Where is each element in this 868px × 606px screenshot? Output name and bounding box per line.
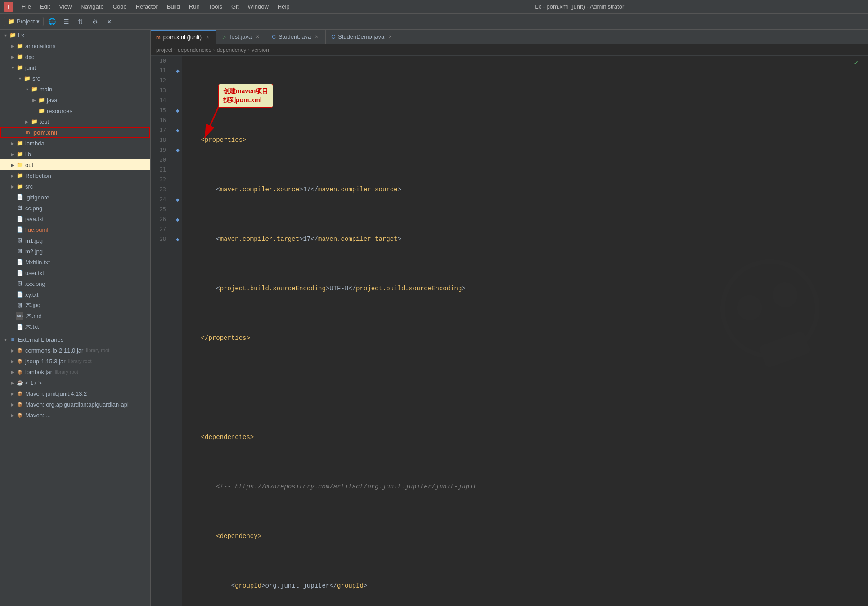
menu-run[interactable]: Run bbox=[185, 2, 203, 11]
sidebar-item-label: pom.xml bbox=[33, 129, 57, 136]
file-jpg2-icon: 🖼 bbox=[16, 248, 23, 255]
tab-test-java[interactable]: ▷ Test.java ✕ bbox=[216, 30, 266, 44]
arrow-right-icon: ▶ bbox=[9, 172, 16, 179]
sidebar-item-jdk17[interactable]: ▶ ☕ < 17 > bbox=[0, 377, 150, 388]
tab-pom-xml[interactable]: m pom.xml (junit) ✕ bbox=[151, 30, 216, 44]
sidebar-item-gitignore[interactable]: 📄 .gitignore bbox=[0, 192, 150, 203]
xml-bracket: < bbox=[186, 432, 205, 442]
sidebar-item-m2-jpg[interactable]: 🖼 m2.jpg bbox=[0, 246, 150, 257]
sidebar-item-src-root[interactable]: ▶ 📁 src bbox=[0, 181, 150, 192]
code-text: <maven.compiler.target>17</maven.compile… bbox=[186, 234, 401, 244]
svg-text:I: I bbox=[8, 4, 9, 9]
sidebar-item-ext-libraries[interactable]: ▾ ≡ External Libraries bbox=[0, 334, 150, 345]
line-num-10: 10 bbox=[151, 56, 170, 66]
menu-view[interactable]: View bbox=[55, 2, 75, 11]
sidebar-item-lx[interactable]: ▾ 📁 Lx bbox=[0, 30, 150, 41]
sidebar-item-out[interactable]: ▶ 📁 out bbox=[0, 159, 150, 170]
spacer-icon: ▶ bbox=[31, 107, 38, 114]
arrow-right-icon: ▶ bbox=[9, 150, 16, 158]
menu-build[interactable]: Build bbox=[163, 2, 184, 11]
sidebar-item-label: lambda bbox=[25, 140, 45, 147]
sidebar-item-m1-jpg[interactable]: 🖼 m1.jpg bbox=[0, 235, 150, 246]
sidebar-item-mu-jpg[interactable]: 🖼 木.jpg bbox=[0, 300, 150, 311]
sidebar-item-user-txt[interactable]: 📄 user.txt bbox=[0, 267, 150, 278]
tab-close-demo[interactable]: ✕ bbox=[387, 34, 393, 40]
tab-student-java[interactable]: C Student.java ✕ bbox=[266, 30, 326, 44]
toolbar-settings-btn[interactable]: ⚙ bbox=[89, 15, 101, 28]
sidebar-item-reflection[interactable]: ▶ 📁 Reflection bbox=[0, 170, 150, 181]
sidebar-item-test[interactable]: ▶ 📁 test bbox=[0, 116, 150, 127]
breadcrumb-sep1: › bbox=[174, 47, 176, 53]
sidebar-item-xy-txt[interactable]: 📄 xy.txt bbox=[0, 289, 150, 300]
breadcrumb-version[interactable]: version bbox=[252, 47, 269, 53]
sidebar-item-label: Lx bbox=[18, 32, 24, 39]
breadcrumb-project[interactable]: project bbox=[156, 47, 172, 53]
menu-window[interactable]: Window bbox=[244, 2, 272, 11]
sidebar-item-resources[interactable]: ▶ 📁 resources bbox=[0, 105, 150, 116]
sidebar-item-maven-junit[interactable]: ▶ 📦 Maven: junit:junit:4.13.2 bbox=[0, 388, 150, 399]
sidebar-item-src[interactable]: ▾ 📁 src bbox=[0, 73, 150, 84]
tab-studen-demo-java[interactable]: C StudenDemo.java ✕ bbox=[326, 30, 399, 44]
sidebar-item-xxx-png[interactable]: 🖼 xxx.png bbox=[0, 278, 150, 289]
line-num-15: 15 bbox=[151, 105, 170, 115]
sidebar-item-jsoup[interactable]: ▶ 📦 jsoup-1.15.3.jar library root bbox=[0, 356, 150, 366]
sidebar-item-annotations[interactable]: ▶ 📁 annotations bbox=[0, 41, 150, 51]
menu-code[interactable]: Code bbox=[109, 2, 130, 11]
sidebar-item-java-txt[interactable]: 📄 java.txt bbox=[0, 213, 150, 224]
menu-edit[interactable]: Edit bbox=[36, 2, 54, 11]
menubar: I File Edit View Navigate Code Refactor … bbox=[0, 0, 868, 14]
tabs-bar: m pom.xml (junit) ✕ ▷ Test.java ✕ C Stud… bbox=[151, 30, 868, 44]
file-mxhlin-icon: 📄 bbox=[16, 258, 23, 266]
editor-content[interactable]: 10 11 12 13 14 15 16 17 18 19 20 21 22 2… bbox=[151, 56, 868, 606]
sidebar-item-lombok[interactable]: ▶ 📦 lombok.jar library root bbox=[0, 366, 150, 377]
file-xml-icon: m bbox=[24, 129, 31, 136]
menu-git[interactable]: Git bbox=[228, 2, 243, 11]
breadcrumb-dependencies[interactable]: dependencies bbox=[178, 47, 211, 53]
breadcrumb-sep2: › bbox=[213, 47, 215, 53]
sidebar-item-maven-apiguardian[interactable]: ▶ 📦 Maven: org.apiguardian:apiguardian-a… bbox=[0, 399, 150, 410]
sidebar-item-label: src bbox=[25, 183, 33, 190]
sidebar-item-label: liuc.puml bbox=[25, 226, 48, 233]
sidebar-item-lambda[interactable]: ▶ 📁 lambda bbox=[0, 138, 150, 149]
spacer bbox=[9, 312, 16, 320]
menu-tools[interactable]: Tools bbox=[205, 2, 226, 11]
sidebar-item-label: junit bbox=[25, 64, 36, 71]
menu-navigate[interactable]: Navigate bbox=[77, 2, 107, 11]
sidebar-item-label: Mxhlin.txt bbox=[25, 259, 50, 266]
spacer bbox=[9, 258, 16, 266]
breadcrumb-sep3: › bbox=[248, 47, 250, 53]
toolbar-sort-btn[interactable]: ⇅ bbox=[74, 15, 87, 28]
sidebar-item-junit[interactable]: ▾ 📁 junit bbox=[0, 62, 150, 73]
sidebar-item-mu-txt[interactable]: 📄 木.txt bbox=[0, 321, 150, 332]
toolbar-list-btn[interactable]: ☰ bbox=[60, 15, 72, 28]
sidebar-item-maven-more[interactable]: ▶ 📦 Maven: ... bbox=[0, 410, 150, 421]
dropdown-arrow-icon: ▾ bbox=[36, 18, 40, 25]
code-text: <groupId>org.junit.jupiter</groupId> bbox=[186, 581, 367, 591]
project-dropdown[interactable]: 📁 Project ▾ bbox=[4, 17, 44, 26]
code-text: <maven.compiler.source>17</maven.compile… bbox=[186, 185, 401, 194]
sidebar-item-commons-io[interactable]: ▶ 📦 commons-io-2.11.0.jar library root bbox=[0, 345, 150, 356]
sidebar-item-liuc-puml[interactable]: 📄 liuc.puml bbox=[0, 224, 150, 235]
breadcrumb-dependency[interactable]: dependency bbox=[217, 47, 246, 53]
menu-file[interactable]: File bbox=[18, 2, 35, 11]
arrow-down-icon: ▾ bbox=[2, 32, 9, 39]
menu-help[interactable]: Help bbox=[274, 2, 293, 11]
sidebar-item-main[interactable]: ▾ 📁 main bbox=[0, 84, 150, 95]
tab-close-test[interactable]: ✕ bbox=[254, 34, 261, 40]
sidebar-item-mxhlin-txt[interactable]: 📄 Mxhlin.txt bbox=[0, 257, 150, 267]
sidebar-item-cc-png[interactable]: 🖼 cc.png bbox=[0, 203, 150, 213]
sidebar-item-dxc[interactable]: ▶ 📁 dxc bbox=[0, 51, 150, 62]
sidebar-item-mu-md[interactable]: MD 木.md bbox=[0, 311, 150, 321]
sidebar-item-label: m1.jpg bbox=[25, 237, 43, 244]
xml-tag: properties bbox=[208, 333, 246, 343]
tab-close-pom[interactable]: ✕ bbox=[204, 34, 211, 41]
toolbar-nav-btn[interactable]: 🌐 bbox=[45, 15, 58, 28]
code-editor[interactable]: <properties> <maven.compiler.source>17</… bbox=[182, 56, 868, 606]
sidebar-item-lib[interactable]: ▶ 📁 lib bbox=[0, 149, 150, 159]
sidebar-item-java[interactable]: ▶ 📁 java bbox=[0, 95, 150, 105]
sidebar-item-pom-xml[interactable]: ▶ m pom.xml bbox=[0, 127, 150, 138]
tab-close-student[interactable]: ✕ bbox=[314, 34, 320, 40]
toolbar-close-btn[interactable]: ✕ bbox=[103, 15, 116, 28]
menu-refactor[interactable]: Refactor bbox=[132, 2, 162, 11]
xml-bracket2: > bbox=[250, 432, 254, 442]
